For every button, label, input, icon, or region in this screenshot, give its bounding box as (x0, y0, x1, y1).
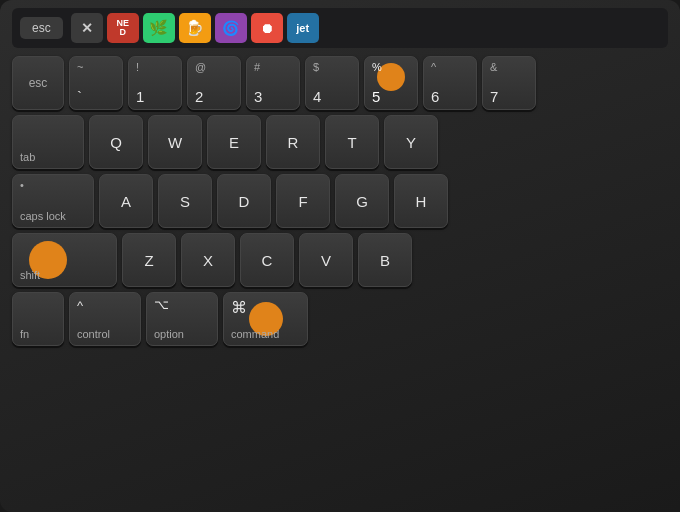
key-7[interactable]: & 7 (482, 56, 536, 110)
key-tab[interactable]: tab (12, 115, 84, 169)
key-option[interactable]: ⌥ option (146, 292, 218, 346)
row-numbers: esc ~ ` ! 1 @ 2 # 3 $ 4 (12, 56, 668, 110)
key-caps-lock[interactable]: • caps lock (12, 174, 94, 228)
key-f[interactable]: F (276, 174, 330, 228)
key-x[interactable]: X (181, 233, 235, 287)
key-3[interactable]: # 3 (246, 56, 300, 110)
touch-bar-apps: ✕ NED 🌿 🍺 🌀 ⏺ jet (71, 13, 319, 43)
key-2[interactable]: @ 2 (187, 56, 241, 110)
key-4[interactable]: $ 4 (305, 56, 359, 110)
touch-bar-jet[interactable]: jet (287, 13, 319, 43)
key-fn[interactable]: fn (12, 292, 64, 346)
key-shift-left[interactable]: shift (12, 233, 117, 287)
key-5[interactable]: % 5 (364, 56, 418, 110)
key-6[interactable]: ^ 6 (423, 56, 477, 110)
touch-bar: esc ✕ NED 🌿 🍺 🌀 ⏺ jet (12, 8, 668, 48)
key-q[interactable]: Q (89, 115, 143, 169)
row-qwerty: tab Q W E R T Y (12, 115, 668, 169)
touch-bar-esc[interactable]: esc (20, 17, 63, 39)
key-c[interactable]: C (240, 233, 294, 287)
keyboard-rows: esc ~ ` ! 1 @ 2 # 3 $ 4 (12, 56, 668, 346)
keyboard: esc ✕ NED 🌿 🍺 🌀 ⏺ jet (0, 0, 680, 512)
key-b[interactable]: B (358, 233, 412, 287)
key-esc[interactable]: esc (12, 56, 64, 110)
touch-bar-leaf[interactable]: 🌿 (143, 13, 175, 43)
key-control[interactable]: ^ control (69, 292, 141, 346)
touch-bar-ned[interactable]: NED (107, 13, 139, 43)
touch-bar-beer[interactable]: 🍺 (179, 13, 211, 43)
key-e[interactable]: E (207, 115, 261, 169)
row-zxcv: shift Z X C V B (12, 233, 668, 287)
row-modifiers: fn ^ control ⌥ option ⌘ command (12, 292, 668, 346)
row-asdf: • caps lock A S D F G H (12, 174, 668, 228)
key-s[interactable]: S (158, 174, 212, 228)
key-tilde[interactable]: ~ ` (69, 56, 123, 110)
key-h[interactable]: H (394, 174, 448, 228)
key-z[interactable]: Z (122, 233, 176, 287)
touch-bar-record[interactable]: ⏺ (251, 13, 283, 43)
key-d[interactable]: D (217, 174, 271, 228)
key-y[interactable]: Y (384, 115, 438, 169)
key-a[interactable]: A (99, 174, 153, 228)
key-w[interactable]: W (148, 115, 202, 169)
key-t[interactable]: T (325, 115, 379, 169)
touch-bar-close[interactable]: ✕ (71, 13, 103, 43)
key-r[interactable]: R (266, 115, 320, 169)
key-g[interactable]: G (335, 174, 389, 228)
key-command[interactable]: ⌘ command (223, 292, 308, 346)
key-v[interactable]: V (299, 233, 353, 287)
key-1[interactable]: ! 1 (128, 56, 182, 110)
touch-bar-spiral[interactable]: 🌀 (215, 13, 247, 43)
